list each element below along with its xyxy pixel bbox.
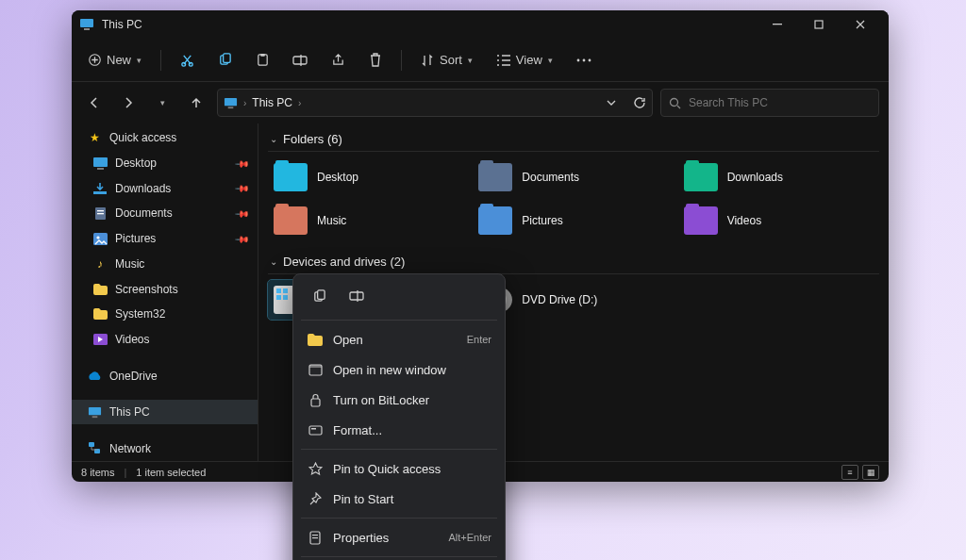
separator bbox=[301, 556, 497, 557]
this-pc-icon bbox=[79, 17, 94, 32]
minimize-button[interactable] bbox=[757, 10, 798, 39]
svg-rect-34 bbox=[317, 289, 325, 298]
sidebar-item-system32[interactable]: System32 bbox=[72, 302, 258, 327]
this-pc-icon bbox=[87, 404, 102, 420]
view-icon bbox=[497, 55, 510, 66]
icons-layout-button[interactable]: ▦ bbox=[862, 465, 879, 480]
ctx-bitlocker[interactable]: Turn on BitLocker bbox=[299, 385, 499, 415]
details-layout-button[interactable]: ≡ bbox=[841, 465, 858, 480]
address-dropdown-icon[interactable] bbox=[607, 98, 616, 107]
folder-tile-downloads[interactable]: Downloads bbox=[678, 157, 879, 197]
ctx-open[interactable]: Open Enter bbox=[299, 324, 499, 354]
svg-rect-11 bbox=[293, 57, 307, 64]
sidebar-label: Documents bbox=[115, 206, 173, 220]
sidebar-item-desktop[interactable]: Desktop 📌 bbox=[72, 151, 258, 176]
refresh-button[interactable] bbox=[633, 96, 646, 109]
sidebar-item-screenshots[interactable]: Screenshots bbox=[72, 276, 258, 302]
back-button[interactable] bbox=[81, 90, 108, 116]
svg-rect-15 bbox=[225, 97, 237, 105]
separator bbox=[160, 50, 161, 71]
star-icon: ★ bbox=[87, 130, 102, 145]
sidebar-onedrive[interactable]: OneDrive bbox=[72, 363, 258, 388]
forward-button[interactable] bbox=[115, 90, 142, 116]
svg-rect-19 bbox=[97, 168, 104, 170]
navigation-row: ▾ › This PC › bbox=[72, 82, 889, 124]
separator bbox=[301, 449, 497, 450]
rename-button[interactable] bbox=[284, 46, 316, 74]
folder-tile-desktop[interactable]: Desktop bbox=[268, 157, 469, 197]
drives-section-header[interactable]: ⌄ Devices and drives (2) bbox=[268, 250, 879, 274]
chevron-right-icon: › bbox=[243, 98, 246, 108]
address-bar[interactable]: › This PC › bbox=[217, 89, 653, 117]
svg-rect-37 bbox=[309, 365, 322, 368]
search-icon bbox=[669, 97, 681, 109]
sidebar-network[interactable]: Network bbox=[72, 436, 258, 461]
search-input[interactable] bbox=[689, 96, 871, 109]
svg-rect-42 bbox=[312, 535, 318, 535]
sort-button[interactable]: Sort ▾ bbox=[411, 46, 482, 74]
sidebar-label: Quick access bbox=[109, 131, 176, 144]
layout-buttons: ≡ ▦ bbox=[841, 465, 879, 480]
ctx-rename-button[interactable] bbox=[341, 282, 373, 310]
ctx-format[interactable]: Format... bbox=[299, 415, 499, 445]
status-items: 8 items bbox=[81, 467, 114, 478]
share-icon bbox=[331, 53, 345, 67]
paste-button[interactable] bbox=[246, 46, 278, 74]
copy-button[interactable] bbox=[208, 46, 241, 74]
sidebar-item-videos[interactable]: Videos bbox=[72, 327, 258, 353]
view-button[interactable]: View ▾ bbox=[488, 46, 562, 74]
sort-icon bbox=[421, 54, 434, 67]
chevron-down-icon: ▾ bbox=[548, 56, 553, 65]
chevron-down-icon: ⌄ bbox=[270, 256, 277, 267]
svg-rect-20 bbox=[93, 191, 107, 194]
up-button[interactable] bbox=[183, 90, 209, 116]
documents-icon bbox=[92, 206, 108, 221]
delete-button[interactable] bbox=[359, 46, 391, 74]
address-segment[interactable]: This PC bbox=[252, 96, 292, 109]
svg-rect-2 bbox=[773, 24, 782, 25]
sidebar-item-pictures[interactable]: Pictures 📌 bbox=[72, 226, 258, 252]
folder-icon bbox=[684, 163, 718, 191]
sidebar-label: System32 bbox=[115, 307, 165, 321]
copy-icon bbox=[218, 53, 232, 67]
new-button[interactable]: New ▾ bbox=[79, 46, 151, 74]
svg-rect-35 bbox=[350, 292, 363, 300]
chevron-down-icon: ▾ bbox=[468, 56, 473, 65]
sidebar-label: This PC bbox=[109, 405, 150, 419]
svg-rect-0 bbox=[80, 19, 93, 27]
folders-section-header[interactable]: ⌄ Folders (6) bbox=[268, 127, 879, 152]
svg-rect-38 bbox=[311, 399, 320, 406]
ctx-pin-quick-access[interactable]: Pin to Quick access bbox=[299, 453, 499, 484]
folder-tile-pictures[interactable]: Pictures bbox=[473, 201, 674, 240]
ctx-copy-button[interactable] bbox=[303, 282, 335, 310]
sidebar-item-downloads[interactable]: Downloads 📌 bbox=[72, 175, 258, 201]
share-button[interactable] bbox=[322, 46, 354, 74]
close-button[interactable] bbox=[840, 10, 881, 39]
ctx-pin-start[interactable]: Pin to Start bbox=[299, 484, 499, 514]
maximize-button[interactable] bbox=[798, 10, 840, 39]
folder-tile-videos[interactable]: Videos bbox=[678, 201, 879, 240]
folder-label: Pictures bbox=[522, 214, 562, 227]
folder-label: Documents bbox=[522, 171, 579, 184]
ctx-properties[interactable]: Properties Alt+Enter bbox=[299, 522, 499, 552]
svg-rect-29 bbox=[89, 442, 94, 447]
section-title: Folders (6) bbox=[283, 132, 342, 146]
context-menu: Open Enter Open in new window Turn on Bi… bbox=[292, 273, 506, 560]
search-bar[interactable] bbox=[660, 89, 879, 117]
sidebar-quick-access[interactable]: ★ Quick access bbox=[72, 125, 258, 151]
sidebar-this-pc[interactable]: This PC bbox=[72, 400, 258, 425]
recent-button[interactable]: ▾ bbox=[149, 90, 175, 116]
ctx-open-new-window[interactable]: Open in new window bbox=[299, 354, 499, 385]
sidebar-label: Music bbox=[115, 257, 144, 271]
sidebar-item-documents[interactable]: Documents 📌 bbox=[72, 201, 258, 226]
svg-point-12 bbox=[576, 58, 579, 61]
folder-tile--music[interactable]: Music bbox=[268, 201, 469, 240]
separator bbox=[301, 320, 497, 321]
folder-icon bbox=[274, 206, 308, 235]
sidebar-item-music[interactable]: ♪ Music bbox=[72, 252, 258, 277]
ctx-shortcut: Enter bbox=[467, 334, 491, 345]
svg-rect-3 bbox=[815, 21, 823, 28]
folder-tile-documents[interactable]: Documents bbox=[473, 157, 674, 197]
more-button[interactable] bbox=[568, 46, 600, 74]
cut-button[interactable] bbox=[171, 46, 203, 74]
